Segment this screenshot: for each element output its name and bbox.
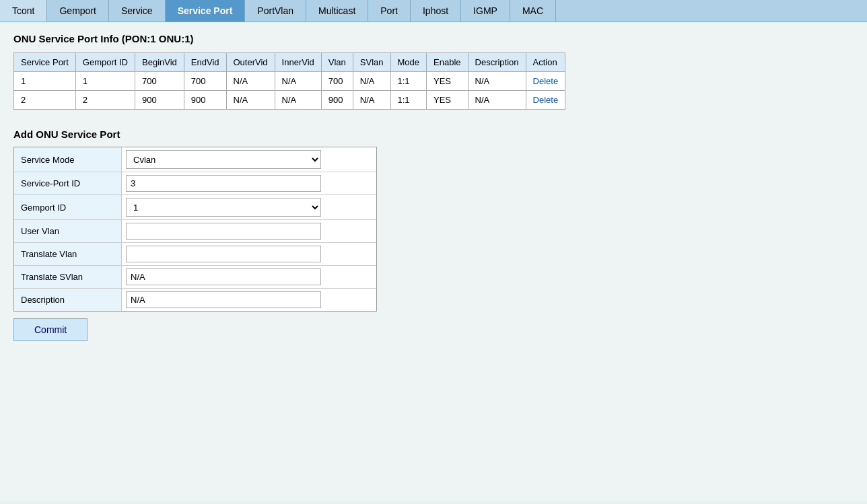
form-input-container-gemport_id: 1234 — [122, 195, 376, 219]
main-content: ONU Service Port Info (PON:1 ONU:1) Serv… — [0, 22, 867, 501]
col-header-gemport-id: Gemport ID — [75, 53, 135, 72]
table-cell: 900 — [184, 91, 226, 110]
table-cell: N/A — [468, 91, 526, 110]
table-cell: N/A — [226, 72, 275, 91]
table-row: 22900900N/AN/A900N/A1:1YESN/ADelete — [14, 91, 565, 110]
input-description[interactable] — [126, 291, 321, 308]
table-cell: N/A — [468, 72, 526, 91]
input-service_port_id[interactable] — [126, 175, 321, 192]
service-port-table: Service PortGemport IDBeginVidEndVidOute… — [13, 52, 565, 110]
input-translate_svlan[interactable] — [126, 268, 321, 285]
tab-mac[interactable]: MAC — [510, 0, 556, 22]
table-cell: YES — [427, 72, 468, 91]
add-form: Service ModeCvlanSvlanTransparentTagServ… — [13, 147, 377, 312]
form-label-translate_vlan: Translate Vlan — [14, 243, 122, 265]
form-row-translate_vlan: Translate Vlan — [14, 243, 376, 266]
table-row: 11700700N/AN/A700N/A1:1YESN/ADelete — [14, 72, 565, 91]
form-row-service_port_id: Service-Port ID — [14, 172, 376, 195]
select-gemport_id[interactable]: 1234 — [126, 198, 321, 217]
table-cell: 900 — [135, 91, 184, 110]
tab-iphost[interactable]: Iphost — [411, 0, 461, 22]
form-label-description: Description — [14, 289, 122, 311]
table-cell: 1 — [14, 72, 76, 91]
form-row-gemport_id: Gemport ID1234 — [14, 195, 376, 220]
table-cell: N/A — [353, 91, 390, 110]
add-section-title: Add ONU Service Port — [13, 129, 854, 140]
col-header-outervid: OuterVid — [226, 53, 275, 72]
table-cell: 1:1 — [390, 72, 427, 91]
tab-port[interactable]: Port — [368, 0, 411, 22]
table-body: 11700700N/AN/A700N/A1:1YESN/ADelete22900… — [14, 72, 565, 110]
table-cell: 1:1 — [390, 91, 427, 110]
delete-link[interactable]: Delete — [533, 95, 559, 105]
form-input-container-description — [122, 289, 376, 311]
form-row-translate_svlan: Translate SVlan — [14, 266, 376, 289]
form-input-container-service_mode: CvlanSvlanTransparentTag — [122, 147, 376, 172]
form-label-translate_svlan: Translate SVlan — [14, 266, 122, 288]
tab-gemport[interactable]: Gemport — [47, 0, 108, 22]
col-header-vlan: Vlan — [321, 53, 353, 72]
table-cell: 700 — [184, 72, 226, 91]
tab-bar: TcontGemportServiceService PortPortVlanM… — [0, 0, 867, 22]
input-user_vlan[interactable] — [126, 223, 321, 240]
tab-service[interactable]: Service — [109, 0, 166, 22]
table-cell: YES — [427, 91, 468, 110]
select-service_mode[interactable]: CvlanSvlanTransparentTag — [126, 150, 321, 169]
delete-link[interactable]: Delete — [533, 76, 559, 86]
tab-portvlan[interactable]: PortVlan — [245, 0, 306, 22]
col-header-innervid: InnerVid — [275, 53, 321, 72]
col-header-description: Description — [468, 53, 526, 72]
action-cell: Delete — [526, 72, 565, 91]
info-section-title: ONU Service Port Info (PON:1 ONU:1) — [13, 33, 854, 44]
table-cell: N/A — [275, 91, 321, 110]
form-label-service_port_id: Service-Port ID — [14, 172, 122, 194]
form-label-service_mode: Service Mode — [14, 147, 122, 172]
input-translate_vlan[interactable] — [126, 246, 321, 262]
col-header-service-port: Service Port — [14, 53, 76, 72]
form-input-container-user_vlan — [122, 220, 376, 242]
col-header-enable: Enable — [427, 53, 468, 72]
table-header-row: Service PortGemport IDBeginVidEndVidOute… — [14, 53, 565, 72]
col-header-svlan: SVlan — [353, 53, 390, 72]
tab-serviceport[interactable]: Service Port — [166, 0, 246, 22]
tab-tcont[interactable]: Tcont — [0, 0, 47, 22]
form-input-container-translate_svlan — [122, 266, 376, 288]
table-cell: N/A — [353, 72, 390, 91]
tab-igmp[interactable]: IGMP — [461, 0, 510, 22]
table-cell: 900 — [321, 91, 353, 110]
col-header-endvid: EndVid — [184, 53, 226, 72]
table-cell: N/A — [275, 72, 321, 91]
form-label-user_vlan: User Vlan — [14, 220, 122, 242]
col-header-beginvid: BeginVid — [135, 53, 184, 72]
form-label-gemport_id: Gemport ID — [14, 195, 122, 219]
table-cell: 700 — [321, 72, 353, 91]
form-row-service_mode: Service ModeCvlanSvlanTransparentTag — [14, 147, 376, 172]
form-row-description: Description — [14, 289, 376, 311]
form-row-user_vlan: User Vlan — [14, 220, 376, 243]
table-cell: N/A — [226, 91, 275, 110]
table-cell: 2 — [14, 91, 76, 110]
table-cell: 1 — [75, 72, 135, 91]
form-input-container-service_port_id — [122, 172, 376, 194]
form-input-container-translate_vlan — [122, 243, 376, 265]
action-cell: Delete — [526, 91, 565, 110]
commit-button[interactable]: Commit — [13, 318, 88, 341]
col-header-mode: Mode — [390, 53, 427, 72]
col-header-action: Action — [526, 53, 565, 72]
tab-multicast[interactable]: Multicast — [306, 0, 368, 22]
table-cell: 700 — [135, 72, 184, 91]
table-cell: 2 — [75, 91, 135, 110]
